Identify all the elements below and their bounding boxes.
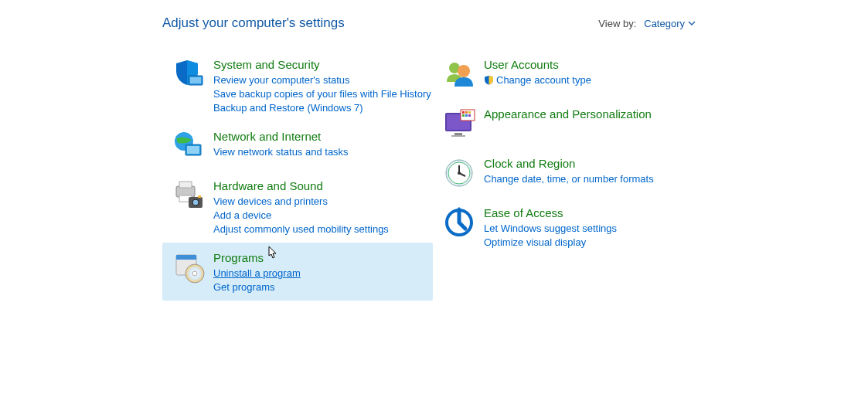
category-title-system-security[interactable]: System and Security	[213, 57, 431, 73]
sublink-text: View devices and printers	[213, 195, 328, 207]
chevron-down-icon	[688, 18, 696, 29]
svg-rect-6	[179, 182, 192, 188]
sublink-hardware-sound-1[interactable]: Add a device	[213, 209, 389, 223]
sublink-hardware-sound-0[interactable]: View devices and printers	[213, 195, 389, 209]
sublink-system-security-1[interactable]: Save backup copies of your files with Fi…	[213, 87, 431, 101]
sublink-text: Add a device	[213, 209, 271, 221]
category-title-user-accounts[interactable]: User Accounts	[484, 57, 591, 73]
category-appearance-personalization: Appearance and Personalization	[433, 99, 703, 148]
sublink-user-accounts-0[interactable]: Change account type	[484, 73, 591, 89]
category-title-network-internet[interactable]: Network and Internet	[213, 129, 349, 144]
svg-point-16	[458, 65, 470, 77]
uac-shield-icon	[484, 75, 494, 89]
sublink-text: Save backup copies of your files with Fi…	[213, 88, 431, 100]
category-title-clock-region[interactable]: Clock and Region	[484, 156, 654, 172]
category-title-hardware-sound[interactable]: Hardware and Sound	[213, 178, 389, 194]
sublink-network-internet-0[interactable]: View network status and tasks	[213, 145, 349, 159]
page-title: Adjust your computer's settings	[162, 15, 345, 31]
category-hardware-sound: Hardware and SoundView devices and print…	[162, 171, 433, 243]
category-network-internet: Network and InternetView network status …	[162, 121, 433, 171]
svg-rect-23	[465, 111, 468, 114]
sublink-ease-of-access-0[interactable]: Let Windows suggest settings	[484, 222, 617, 236]
shield-computer-icon[interactable]	[170, 56, 207, 93]
clock-icon[interactable]	[441, 155, 478, 192]
printer-camera-icon[interactable]	[170, 177, 207, 214]
view-by-label: View by:	[598, 18, 636, 29]
sublink-text: Get programs	[213, 281, 274, 293]
svg-rect-12	[176, 255, 196, 260]
sublink-text: Backup and Restore (Windows 7)	[213, 102, 363, 114]
sublink-text: Review your computer's status	[213, 74, 350, 86]
sublink-system-security-2[interactable]: Backup and Restore (Windows 7)	[213, 101, 431, 115]
category-user-accounts: User AccountsChange account type	[433, 49, 703, 99]
view-by-control: View by: Category	[598, 18, 696, 29]
category-title-programs[interactable]: Programs	[213, 250, 301, 266]
category-title-appearance-personalization[interactable]: Appearance and Personalization	[484, 107, 652, 122]
svg-rect-22	[462, 111, 465, 114]
ease-access-icon[interactable]	[441, 204, 478, 241]
sublink-text: Change date, time, or number formats	[484, 173, 654, 185]
svg-rect-27	[468, 114, 471, 117]
sublink-ease-of-access-1[interactable]: Optimize visual display	[484, 236, 617, 250]
svg-rect-24	[468, 111, 471, 114]
sublink-text: Optimize visual display	[484, 236, 586, 248]
sublink-text: Let Windows suggest settings	[484, 223, 617, 234]
network-globe-icon[interactable]	[170, 127, 207, 165]
svg-rect-20	[451, 135, 465, 137]
sublink-programs-1[interactable]: Get programs	[213, 280, 301, 294]
svg-point-9	[192, 199, 199, 206]
svg-rect-4	[187, 146, 199, 154]
svg-rect-25	[462, 114, 465, 117]
program-disc-icon[interactable]	[170, 249, 207, 286]
sublink-system-security-0[interactable]: Review your computer's status	[213, 73, 431, 87]
svg-point-32	[458, 172, 461, 175]
svg-rect-26	[465, 114, 468, 117]
category-programs: ProgramsUninstall a programGet programs	[162, 243, 433, 301]
category-system-security: System and SecurityReview your computer'…	[162, 49, 433, 121]
view-by-dropdown[interactable]: Category	[644, 18, 696, 29]
category-clock-region: Clock and RegionChange date, time, or nu…	[433, 148, 703, 198]
sublink-hardware-sound-2[interactable]: Adjust commonly used mobility settings	[213, 223, 389, 236]
svg-rect-1	[190, 77, 201, 83]
view-by-value-text: Category	[644, 18, 685, 29]
sublink-text: Adjust commonly used mobility settings	[213, 223, 389, 235]
svg-rect-10	[198, 195, 201, 198]
svg-rect-19	[454, 133, 462, 135]
sublink-programs-0[interactable]: Uninstall a program	[213, 267, 301, 280]
svg-point-14	[192, 271, 197, 276]
sublink-text: Uninstall a program	[213, 267, 301, 279]
category-title-ease-of-access[interactable]: Ease of Access	[484, 206, 617, 221]
user-accounts-icon[interactable]	[441, 56, 478, 93]
sublink-text: View network status and tasks	[213, 146, 349, 158]
sublink-clock-region-0[interactable]: Change date, time, or number formats	[484, 172, 654, 186]
sublink-text: Change account type	[496, 74, 591, 86]
category-ease-of-access: Ease of AccessLet Windows suggest settin…	[433, 198, 703, 256]
monitor-apps-icon[interactable]	[441, 105, 478, 142]
